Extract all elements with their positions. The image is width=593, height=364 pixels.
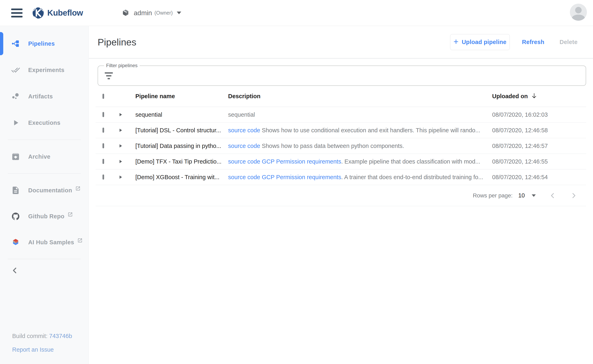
filter-input[interactable] [118, 72, 580, 79]
refresh-button[interactable]: Refresh [522, 39, 544, 46]
sidebar-link-github-repo[interactable]: Github Repo [0, 203, 89, 229]
build-commit-link[interactable]: 743746b [49, 333, 72, 339]
uploaded-on: 08/07/2020, 16:02:03 [492, 111, 586, 118]
expand-row-icon[interactable] [119, 160, 122, 163]
pipelines-icon [11, 39, 20, 48]
namespace-selector[interactable]: admin (Owner) [122, 9, 181, 17]
gcp-permission-link[interactable]: GCP Permission requirements [262, 158, 341, 165]
row-checkbox[interactable] [103, 175, 104, 180]
table-row[interactable]: sequential sequential 08/07/2020, 16:02:… [96, 107, 586, 123]
expand-row-icon[interactable] [119, 129, 122, 132]
sidebar-item-experiments[interactable]: Experiments [0, 57, 89, 83]
upload-pipeline-button[interactable]: + Upload pipeline [450, 34, 510, 50]
sidebar-item-label: Experiments [28, 67, 64, 73]
row-checkbox[interactable] [103, 143, 104, 148]
row-checkbox[interactable] [103, 128, 104, 133]
expand-row-icon[interactable] [119, 113, 122, 116]
next-page-button[interactable] [569, 191, 578, 200]
open-in-new-icon [68, 212, 73, 218]
sidebar-item-label: Github Repo [28, 213, 64, 220]
sidebar-link-documentation[interactable]: Documentation [0, 177, 89, 203]
sidebar-item-label: Pipelines [28, 40, 55, 47]
expand-row-icon[interactable] [119, 144, 122, 148]
divider [8, 259, 81, 259]
pipeline-name[interactable]: [Demo] TFX - Taxi Tip Predictio... [130, 158, 228, 165]
previous-page-button[interactable] [548, 191, 557, 200]
table-row[interactable]: [Tutorial] DSL - Control structur... sou… [96, 123, 586, 138]
chevron-left-icon [10, 266, 20, 275]
sidebar-item-archive[interactable]: Archive [0, 143, 89, 170]
divider [89, 58, 593, 59]
kubeflow-brand: Kubeflow [32, 7, 83, 19]
source-code-link[interactable]: source code [228, 158, 260, 165]
main-content: Pipelines + Upload pipeline Refresh Dele… [89, 26, 593, 364]
column-header-uploaded-on[interactable]: Uploaded on [492, 93, 586, 100]
row-checkbox[interactable] [103, 159, 104, 164]
gcp-permission-link[interactable]: GCP Permission requirements [262, 174, 341, 180]
pipeline-name[interactable]: [Tutorial] DSL - Control structur... [130, 127, 228, 134]
column-header-description[interactable]: Description [228, 93, 492, 100]
table-row[interactable]: [Tutorial] Data passing in pytho... sour… [96, 138, 586, 154]
filter-icon [104, 72, 113, 79]
sidebar-item-label: Artifacts [28, 93, 53, 100]
namespace-box-icon [122, 9, 130, 17]
pipeline-description: source code Shows how to pass data betwe… [228, 143, 492, 149]
sidebar-item-label: Archive [28, 153, 50, 160]
source-code-link[interactable]: source code [228, 174, 260, 180]
sidebar-item-pipelines[interactable]: Pipelines [0, 30, 89, 57]
divider [8, 140, 81, 140]
pipeline-description: source code Shows how to use conditional… [228, 127, 492, 134]
column-header-pipeline-name[interactable]: Pipeline name [130, 93, 228, 100]
experiments-icon [11, 65, 20, 74]
sort-descending-icon [531, 92, 538, 99]
filter-field[interactable]: Filter pipelines [98, 65, 586, 86]
pipelines-table: Pipeline name Description Uploaded on se… [96, 86, 586, 206]
rows-per-page-dropdown-icon[interactable] [532, 194, 536, 197]
uploaded-on: 08/07/2020, 12:46:58 [492, 127, 586, 134]
open-in-new-icon [77, 238, 83, 244]
sidebar-item-executions[interactable]: Executions [0, 110, 89, 136]
open-in-new-icon [75, 186, 81, 192]
plus-icon: + [454, 37, 459, 47]
table-row[interactable]: [Demo] TFX - Taxi Tip Predictio... sourc… [96, 154, 586, 169]
page-title: Pipelines [98, 37, 136, 48]
source-code-link[interactable]: source code [228, 143, 260, 149]
select-all-checkbox[interactable] [103, 94, 104, 99]
expand-row-icon[interactable] [119, 176, 122, 179]
source-code-link[interactable]: source code [228, 127, 260, 134]
menu-icon[interactable] [11, 8, 23, 17]
pipeline-name[interactable]: [Tutorial] Data passing in pytho... [130, 143, 228, 149]
brand-name: Kubeflow [47, 8, 83, 17]
rows-per-page-label: Rows per page: [473, 192, 513, 199]
row-checkbox[interactable] [103, 112, 104, 117]
chevron-down-icon [177, 12, 181, 14]
uploaded-on: 08/07/2020, 12:46:54 [492, 174, 586, 181]
ai-hub-icon [11, 238, 20, 247]
sidebar-item-label: Executions [28, 119, 60, 126]
avatar[interactable] [570, 4, 587, 21]
pipeline-name[interactable]: sequential [130, 111, 228, 118]
active-item-indicator [0, 32, 3, 55]
sidebar-item-label: AI Hub Samples [28, 239, 74, 246]
build-commit-label: Build commit: [12, 333, 49, 339]
artifacts-icon [11, 92, 20, 101]
pipeline-name[interactable]: [Demo] XGBoost - Training wit... [130, 174, 228, 181]
sidebar-item-artifacts[interactable]: Artifacts [0, 83, 89, 110]
sidebar-link-ai-hub-samples[interactable]: AI Hub Samples [0, 229, 89, 255]
table-pagination: Rows per page: 10 [96, 185, 586, 206]
uploaded-on: 08/07/2020, 12:46:55 [492, 158, 586, 165]
archive-icon [11, 152, 20, 161]
namespace-name: admin [134, 9, 152, 17]
kubeflow-logo-icon [32, 7, 45, 19]
namespace-role: (Owner) [154, 10, 173, 16]
executions-icon [11, 118, 20, 127]
pipeline-description: source code GCP Permission requirements.… [228, 158, 492, 165]
report-issue-link[interactable]: Report an Issue [12, 346, 54, 353]
table-header-row: Pipeline name Description Uploaded on [96, 86, 586, 107]
rows-per-page-value[interactable]: 10 [518, 192, 525, 199]
collapse-sidebar-button[interactable] [10, 264, 22, 277]
uploaded-on: 08/07/2020, 12:46:57 [492, 143, 586, 149]
sidebar: Pipelines Experiments Artifacts [0, 26, 89, 364]
table-row[interactable]: [Demo] XGBoost - Training wit... source … [96, 169, 586, 185]
delete-button: Delete [560, 39, 578, 46]
